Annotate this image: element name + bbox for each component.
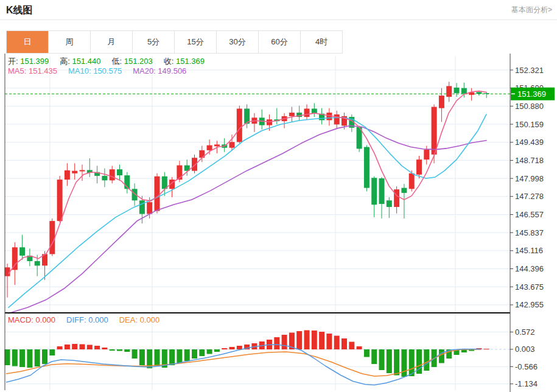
legend-macd-item-0: MACD: 0.000 [8, 315, 55, 324]
tab-day[interactable]: 日 [7, 31, 49, 53]
svg-text:148.718: 148.718 [515, 156, 544, 165]
ma10-line [9, 114, 486, 307]
ohlc-legend: 开: 151.399高: 151.440低: 151.203收: 151.369 [8, 56, 215, 67]
tab-4hour[interactable]: 4时 [301, 31, 343, 53]
kline-chart[interactable]: 152.321151.600150.880150.159149.439148.7… [0, 54, 557, 392]
tab-30min[interactable]: 30分 [217, 31, 259, 53]
tab-60min[interactable]: 60分 [259, 31, 301, 53]
last-price-badge: 151.369 [511, 88, 555, 100]
legend-ohlc-item-0: 开: 151.399 [8, 57, 49, 66]
svg-text:0.003: 0.003 [515, 345, 535, 354]
svg-text:147.998: 147.998 [515, 174, 544, 183]
svg-text:150.159: 150.159 [515, 120, 544, 129]
page-title: K线图 [6, 4, 33, 17]
macd-legend: MACD: 0.000DIFF: 0.000DEA: 0.000 [8, 315, 170, 324]
legend-ma-item-0: MA5: 151.435 [8, 66, 57, 75]
kline-page: K线图 基本面分析> 日周月5分15分30分60分4时 152.321151.6… [0, 0, 557, 392]
tab-week[interactable]: 周 [49, 31, 91, 53]
tab-15min[interactable]: 15分 [175, 31, 217, 53]
legend-ohlc-item-3: 收: 151.369 [164, 57, 205, 66]
svg-text:151.369: 151.369 [517, 89, 546, 99]
svg-text:150.880: 150.880 [515, 102, 544, 111]
ma-legend: MA5: 151.435MA10: 150.575MA20: 149.506 [8, 66, 197, 75]
legend-ohlc-item-2: 低: 151.203 [111, 57, 152, 66]
legend-ma-item-2: MA20: 149.506 [133, 66, 186, 75]
svg-text:145.837: 145.837 [515, 228, 544, 237]
svg-text:142.955: 142.955 [515, 300, 544, 309]
svg-text:145.116: 145.116 [515, 246, 543, 255]
svg-text:149.439: 149.439 [515, 138, 544, 147]
svg-text:-0.566: -0.566 [515, 362, 538, 371]
macd-histogram [5, 331, 489, 377]
svg-text:152.321: 152.321 [515, 66, 544, 75]
page-header: K线图 基本面分析> [0, 0, 557, 19]
ma20-line [9, 126, 486, 313]
tab-5min[interactable]: 5分 [133, 31, 175, 53]
chart-area: 152.321151.600150.880150.159149.439148.7… [0, 54, 557, 392]
interval-tabbar: 日周月5分15分30分60分4时 [6, 30, 343, 54]
legend-macd-item-1: DIFF: 0.000 [66, 315, 108, 324]
svg-text:147.278: 147.278 [515, 192, 544, 201]
svg-text:143.675: 143.675 [515, 282, 544, 292]
legend-ma-item-1: MA10: 150.575 [68, 66, 122, 75]
svg-text:0.572: 0.572 [515, 327, 535, 337]
header-divider [0, 19, 557, 20]
fundamental-analysis-link[interactable]: 基本面分析> [511, 5, 552, 15]
legend-macd-item-2: DEA: 0.000 [119, 315, 160, 324]
tab-month[interactable]: 月 [91, 31, 133, 53]
legend-ohlc-item-1: 高: 151.440 [60, 57, 100, 66]
svg-text:144.396: 144.396 [515, 264, 544, 273]
svg-text:146.557: 146.557 [515, 210, 544, 219]
price-axis-labels: 152.321151.600150.880150.159149.439148.7… [510, 66, 544, 389]
svg-text:-1.134: -1.134 [515, 379, 538, 388]
